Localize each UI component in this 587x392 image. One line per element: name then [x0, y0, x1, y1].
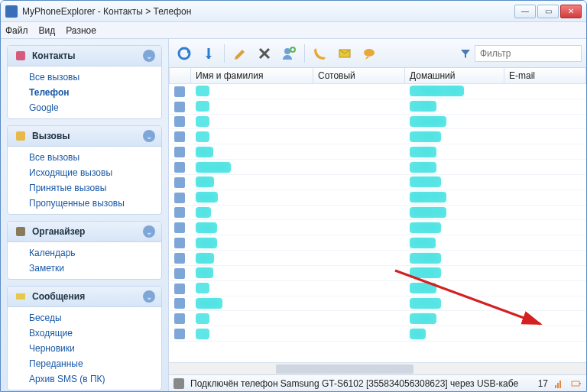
column-header[interactable]: Сотовый: [313, 68, 405, 84]
call-button[interactable]: [310, 43, 331, 64]
collapse-icon[interactable]: ⌄: [143, 130, 155, 142]
table-row[interactable]: Зор+7916: [170, 220, 586, 235]
collapse-icon[interactable]: ⌄: [143, 225, 155, 238]
contact-icon: [174, 253, 185, 264]
sidebar-item[interactable]: Принятые вызовы: [8, 180, 161, 196]
sidebar-header-organizer[interactable]: Органайзер⌄: [8, 222, 161, 242]
sidebar-item[interactable]: Все вызовы: [8, 70, 161, 85]
svg-rect-9: [555, 385, 556, 388]
connection-icon: [174, 378, 184, 389]
status-count: 17: [538, 378, 548, 389]
table-row[interactable]: +791: [170, 280, 586, 296]
cell-name: Ма: [191, 251, 313, 266]
sidebar-header-messages[interactable]: Сообщения⌄: [8, 287, 161, 307]
horizontal-scrollbar[interactable]: [169, 362, 586, 374]
refresh-icon: [177, 46, 192, 61]
sidebar-item[interactable]: Пропущенные вызовы: [8, 196, 161, 211]
call-icon: [313, 46, 328, 61]
sidebar-item[interactable]: Заметки: [8, 261, 161, 276]
maximize-button[interactable]: ▭: [537, 5, 559, 18]
delete-button[interactable]: [254, 43, 275, 64]
sidebar-item[interactable]: Все вызовы: [8, 150, 161, 165]
table-row[interactable]: +79163: [170, 114, 586, 129]
cell-mobile: [313, 235, 405, 251]
menu-file[interactable]: Файл: [5, 25, 28, 36]
menu-view[interactable]: Вид: [39, 25, 56, 36]
cell-home: +791: [405, 311, 504, 326]
table-row[interactable]: +798: [170, 99, 586, 114]
contact-icon: [174, 329, 185, 339]
table-row[interactable]: Фе+795: [170, 144, 586, 160]
sidebar-item[interactable]: Входящие: [8, 326, 161, 341]
delete-icon: [257, 46, 272, 61]
refresh-button[interactable]: [174, 43, 195, 64]
main-panel: Имя и фамилияСотовыйДомашнийE-mail +7985…: [169, 39, 586, 391]
sidebar-item[interactable]: Архив SMS (в ПК): [8, 371, 161, 387]
cell-name: Лис: [191, 235, 313, 251]
cell-name: Вре: [191, 190, 313, 205]
table-row[interactable]: Вре891757: [170, 190, 586, 205]
table-row[interactable]: +7910: [170, 129, 586, 144]
minimize-button[interactable]: —: [514, 5, 536, 18]
table-row[interactable]: На+7917: [170, 265, 586, 280]
chat-icon: [362, 46, 377, 61]
sidebar-item[interactable]: Беседы: [8, 310, 161, 326]
table-row[interactable]: +79851 320: [170, 84, 586, 99]
cell-home: +791: [405, 160, 504, 175]
table-row[interactable]: Лис8915: [170, 235, 586, 251]
svg-rect-1: [16, 131, 25, 141]
column-header[interactable]: Имя и фамилия: [191, 68, 313, 84]
close-button[interactable]: ✕: [560, 5, 582, 18]
sync-button[interactable]: [198, 43, 219, 64]
sidebar-item[interactable]: Черновики: [8, 341, 161, 356]
table-row[interactable]: Ма+7909: [170, 251, 586, 266]
chat-button[interactable]: [358, 43, 380, 64]
status-text: Подключён телефон Samsung GT-S6102 [3558…: [190, 378, 532, 389]
cell-home: 89: [405, 326, 504, 342]
sidebar-header-calls[interactable]: Вызовы⌄: [8, 126, 161, 147]
contacts-table-wrap[interactable]: Имя и фамилияСотовыйДомашнийE-mail +7985…: [169, 68, 586, 362]
table-row[interactable]: +791: [170, 311, 586, 326]
battery-icon: [571, 378, 582, 389]
table-row[interactable]: Ча енц+791: [170, 160, 586, 175]
cell-name: Га: [191, 205, 313, 220]
sidebar-item[interactable]: Исходящие вызовы: [8, 165, 161, 180]
table-row[interactable]: Га890675: [170, 205, 586, 220]
collapse-icon[interactable]: ⌄: [143, 290, 155, 303]
contact-icon: [174, 313, 185, 324]
table-row[interactable]: Нате+7771: [170, 296, 586, 311]
table-row[interactable]: Ма+7777: [170, 174, 586, 190]
svg-point-8: [364, 49, 375, 57]
column-header[interactable]: [170, 68, 191, 84]
filter-input[interactable]: [475, 45, 582, 62]
svg-rect-11: [559, 381, 561, 388]
add-user-icon: [281, 46, 297, 61]
column-header[interactable]: Домашний: [405, 68, 504, 84]
sidebar-item[interactable]: Календарь: [8, 245, 161, 261]
contacts-table: Имя и фамилияСотовыйДомашнийE-mail +7985…: [169, 68, 586, 342]
cell-name: [191, 129, 313, 144]
contact-icon: [174, 131, 185, 142]
contact-icon: [174, 86, 185, 97]
cell-name: [191, 99, 313, 114]
menu-misc[interactable]: Разное: [66, 25, 96, 36]
table-row[interactable]: 89: [170, 326, 586, 342]
signal-icon: [554, 378, 565, 389]
sidebar-item[interactable]: Переданные: [8, 356, 161, 371]
sidebar-header-contacts[interactable]: Контакты⌄: [8, 46, 161, 66]
cell-home: +795: [405, 144, 504, 160]
contact-icon: [174, 283, 185, 294]
edit-button[interactable]: [229, 43, 251, 64]
contacts-icon: [14, 49, 28, 63]
titlebar: MyPhoneExplorer - Контакты > Телефон — ▭…: [1, 1, 586, 22]
cell-email: [504, 174, 586, 190]
collapse-icon[interactable]: ⌄: [143, 50, 155, 62]
sidebar-item[interactable]: Телефон: [8, 85, 161, 100]
sidebar-group-contacts: Контакты⌄Все вызовыТелефонGoogle: [7, 45, 162, 119]
add-user-button[interactable]: [278, 43, 300, 64]
column-header[interactable]: E-mail: [504, 68, 586, 84]
mail-button[interactable]: [334, 43, 355, 64]
sidebar-item[interactable]: Google: [8, 100, 161, 115]
sidebar-group-calls: Вызовы⌄Все вызовыИсходящие вызовыПриняты…: [7, 125, 162, 215]
contact-icon: [174, 177, 185, 188]
